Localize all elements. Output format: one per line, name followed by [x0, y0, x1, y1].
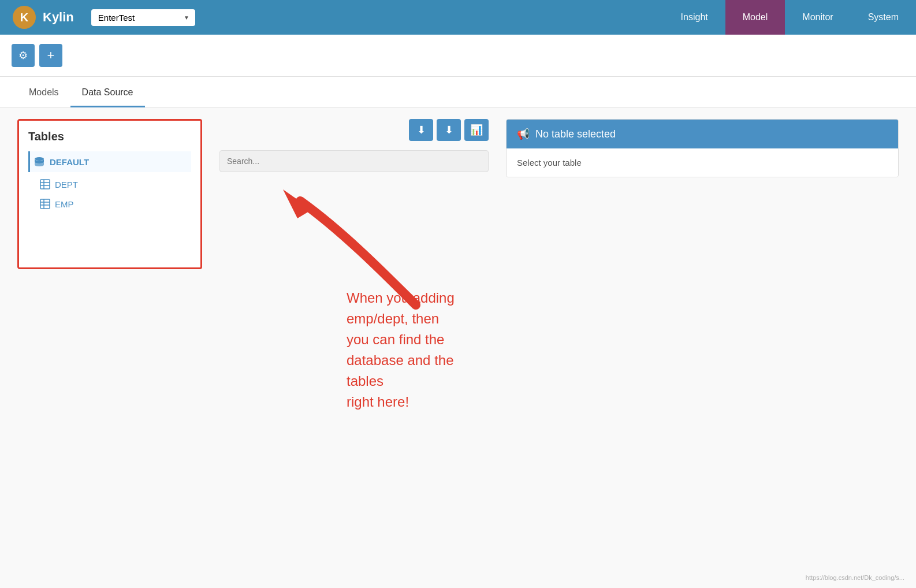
table-item-dept[interactable]: DEPT [28, 174, 191, 194]
tab-data-source[interactable]: Data Source [70, 77, 145, 107]
download-button-1[interactable]: ⬇ [409, 119, 433, 141]
action-buttons: ⬇ ⬇ 📊 [409, 119, 489, 141]
nav-item-system[interactable]: System [851, 0, 916, 35]
left-panel: Tables DEFAULT [17, 119, 202, 587]
middle-area: ⬇ ⬇ 📊 When you adding emp/dept, then you… [219, 119, 489, 587]
plus-icon: + [47, 48, 55, 63]
svg-point-2 [35, 157, 44, 161]
download-icon-2: ⬇ [445, 124, 453, 136]
project-selector-wrapper[interactable]: EnterTest [91, 9, 195, 26]
search-input[interactable] [219, 150, 489, 172]
chart-icon: 📊 [470, 124, 483, 136]
right-panel: 📢 No table selected Select your table [506, 119, 899, 587]
tab-models[interactable]: Models [17, 77, 70, 107]
settings-button[interactable]: ⚙ [12, 44, 35, 67]
app-name: Kylin [43, 10, 74, 25]
download-icon-1: ⬇ [417, 124, 426, 136]
table-icon-dept [40, 179, 50, 189]
no-table-card: 📢 No table selected Select your table [506, 119, 899, 177]
nav-item-insight[interactable]: Insight [664, 0, 725, 35]
tables-title: Tables [28, 130, 191, 143]
svg-rect-3 [40, 180, 50, 189]
tables-box: Tables DEFAULT [17, 119, 202, 269]
table-name-dept: DEPT [55, 180, 78, 189]
watermark: https://blog.csdn.net/Dk_coding/s... [806, 574, 904, 581]
no-table-header: 📢 No table selected [507, 120, 898, 148]
database-item-default[interactable]: DEFAULT [28, 151, 191, 172]
svg-rect-7 [40, 199, 50, 209]
main-nav: Insight Model Monitor System [664, 0, 916, 35]
database-icon [33, 156, 45, 168]
table-icon-emp [40, 199, 50, 209]
megaphone-icon: 📢 [517, 128, 530, 140]
annotation-text: When you adding emp/dept, then you can f… [347, 288, 489, 412]
content-area: Tables DEFAULT [0, 107, 916, 588]
chart-button[interactable]: 📊 [464, 119, 489, 141]
nav-item-monitor[interactable]: Monitor [785, 0, 850, 35]
kylin-logo-icon: K [12, 5, 37, 30]
no-table-body: Select your table [507, 148, 898, 177]
nav-item-model[interactable]: Model [725, 0, 785, 35]
logo-area: K Kylin [0, 5, 85, 30]
project-selector[interactable]: EnterTest [91, 9, 195, 26]
table-name-emp: EMP [55, 199, 74, 209]
svg-text:K: K [20, 11, 29, 24]
select-table-text: Select your table [517, 158, 582, 168]
download-button-2[interactable]: ⬇ [437, 119, 461, 141]
add-button[interactable]: + [39, 44, 62, 67]
no-table-title: No table selected [535, 128, 616, 140]
tab-bar: Models Data Source [0, 77, 916, 107]
database-name: DEFAULT [50, 157, 89, 167]
app-header: K Kylin EnterTest Insight Model Monitor … [0, 0, 916, 35]
gear-icon: ⚙ [18, 49, 28, 62]
annotation-area: When you adding emp/dept, then you can f… [219, 184, 489, 415]
table-item-emp[interactable]: EMP [28, 194, 191, 214]
toolbar: ⚙ + [0, 35, 916, 77]
